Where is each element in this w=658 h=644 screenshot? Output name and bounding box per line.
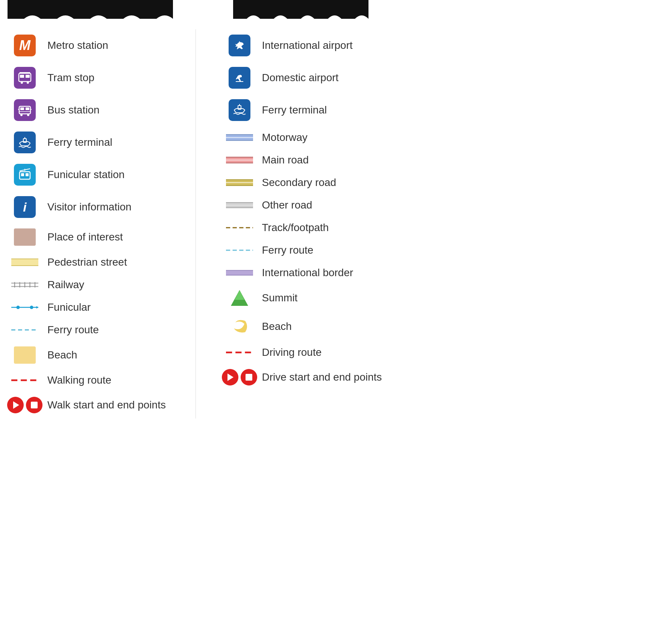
ferry-dashed-left-svg xyxy=(11,328,38,332)
banner-right xyxy=(233,0,368,26)
list-item: Funicular xyxy=(11,296,188,319)
walking-route-label: Walking route xyxy=(47,374,111,386)
left-column: M Metro station Tram stop xyxy=(11,29,188,419)
bus-station-icon xyxy=(11,99,38,121)
svg-rect-53 xyxy=(226,207,253,208)
dom-airport-icon xyxy=(226,67,253,89)
walking-route-svg xyxy=(11,378,38,383)
list-item: Motorway xyxy=(226,126,403,149)
list-item: Funicular station xyxy=(11,159,188,191)
summit-triangle xyxy=(230,289,249,307)
drive-start-icon xyxy=(222,369,238,385)
list-item: International airport xyxy=(226,29,403,62)
summit-icon xyxy=(226,289,253,307)
list-item: Ferry route xyxy=(11,319,188,341)
svg-rect-49 xyxy=(226,185,253,186)
list-item: Driving route xyxy=(226,341,403,364)
svg-rect-9 xyxy=(20,107,24,110)
svg-rect-20 xyxy=(26,173,29,176)
list-item: Summit xyxy=(226,284,403,312)
banner-left xyxy=(8,0,173,26)
drive-stop-square xyxy=(246,374,252,381)
ferry-terminal-right-icon xyxy=(226,99,253,121)
pedestrian-line xyxy=(11,259,38,266)
ferry-route-right-icon xyxy=(226,248,253,252)
list-item: Pedestrian street xyxy=(11,251,188,274)
beach-crescent-svg xyxy=(230,317,249,336)
ferry-term-box xyxy=(229,99,250,121)
list-item: M Metro station xyxy=(11,29,188,62)
funicular-icon xyxy=(14,164,36,186)
list-item: International border xyxy=(226,262,403,284)
list-item: Tram stop xyxy=(11,62,188,94)
list-item: Drive start and end points xyxy=(226,364,403,391)
walk-points-icon xyxy=(11,397,38,413)
other-road-icon xyxy=(226,201,253,209)
list-item: Beach xyxy=(226,312,403,341)
right-column: International airport Domestic airport xyxy=(226,29,403,419)
beach-left-label: Beach xyxy=(47,349,77,361)
tram-stop-icon xyxy=(11,67,38,89)
beach-right-icon xyxy=(226,317,253,336)
list-item: Place of interest xyxy=(11,223,188,251)
poi-label: Place of interest xyxy=(47,231,123,243)
motorway-line xyxy=(226,133,253,142)
svg-rect-45 xyxy=(226,162,253,163)
beach-box xyxy=(14,346,36,364)
walk-end-icon xyxy=(26,397,42,413)
svg-rect-48 xyxy=(226,179,253,180)
railway-icon xyxy=(11,281,38,289)
svg-rect-10 xyxy=(26,107,29,110)
funicular-station-icon xyxy=(11,164,38,186)
intl-border-svg xyxy=(226,269,253,276)
drive-points-icon xyxy=(226,369,253,385)
list-item: Walk start and end points xyxy=(11,392,188,419)
motorway-label: Motorway xyxy=(262,132,308,144)
legend-container: M Metro station Tram stop xyxy=(0,26,414,422)
svg-rect-41 xyxy=(226,140,253,141)
svg-point-12 xyxy=(27,114,29,116)
list-item: Ferry terminal xyxy=(11,126,188,159)
secondary-road-label: Secondary road xyxy=(262,177,337,189)
svg-rect-19 xyxy=(21,173,24,176)
tram-stop-label: Tram stop xyxy=(47,72,94,84)
ferry-terminal-right-label: Ferry terminal xyxy=(262,104,327,116)
drive-play-triangle xyxy=(227,373,233,381)
track-label: Track/footpath xyxy=(262,222,329,234)
driving-route-label: Driving route xyxy=(262,346,322,358)
svg-marker-61 xyxy=(235,290,244,300)
track-icon xyxy=(226,225,253,230)
svg-point-11 xyxy=(20,114,23,116)
list-item: Other road xyxy=(226,194,403,216)
bus-icon xyxy=(14,99,36,121)
visitor-info-icon: i xyxy=(11,196,38,218)
dom-airport-label: Domestic airport xyxy=(262,72,339,84)
list-item: Walking route xyxy=(11,369,188,392)
ferry-dashed-right-svg xyxy=(226,248,253,252)
top-banner xyxy=(0,0,414,26)
svg-rect-4 xyxy=(26,75,30,78)
main-road-line xyxy=(226,156,253,164)
svg-marker-33 xyxy=(36,306,38,308)
motorway-icon xyxy=(226,133,253,142)
tram-icon xyxy=(14,67,36,89)
railway-line xyxy=(11,281,38,289)
poi-box xyxy=(14,228,36,246)
svg-point-31 xyxy=(17,306,20,309)
visitor-info-label: Visitor information xyxy=(47,201,132,213)
bus-station-label: Bus station xyxy=(47,104,100,116)
walking-route-icon xyxy=(11,378,38,383)
summit-label: Summit xyxy=(262,292,298,304)
list-item: Bus station xyxy=(11,94,188,126)
other-road-label: Other road xyxy=(262,199,312,211)
metro-station-label: Metro station xyxy=(47,39,108,51)
svg-rect-59 xyxy=(226,275,253,276)
metro-station-icon: M xyxy=(11,35,38,56)
intl-airport-box xyxy=(229,35,250,56)
poi-icon xyxy=(11,228,38,246)
list-item: Secondary road xyxy=(226,171,403,194)
walk-points-label: Walk start and end points xyxy=(47,399,166,411)
intl-border-label: International border xyxy=(262,267,353,279)
svg-rect-3 xyxy=(20,75,24,78)
svg-rect-44 xyxy=(226,157,253,157)
